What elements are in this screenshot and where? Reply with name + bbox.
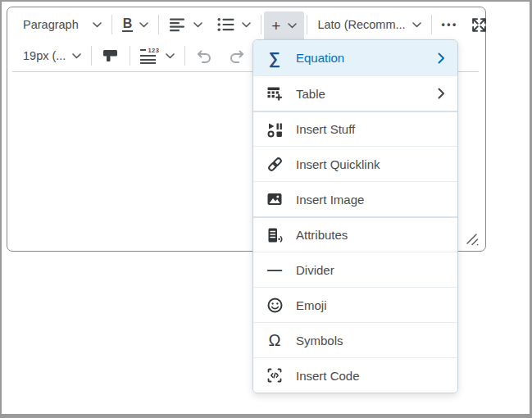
toolbar-separator: [111, 15, 112, 34]
toolbar-separator: [307, 15, 307, 34]
font-family-select[interactable]: Lato (Recomm...: [310, 11, 428, 38]
menu-item-symbols[interactable]: Ω Symbols: [253, 322, 457, 357]
image-icon: [266, 191, 284, 207]
ellipsis-icon: •••: [442, 19, 458, 30]
toolbar-separator: [130, 46, 130, 66]
menu-item-label: Insert Stuff: [296, 122, 355, 136]
toolbar-separator: [431, 15, 432, 34]
undo-button[interactable]: [188, 43, 221, 69]
menu-item-insert-code[interactable]: Insert Code: [253, 357, 457, 393]
paragraph-format-label: Paragraph: [23, 18, 79, 31]
menu-item-label: Emoji: [296, 298, 327, 312]
format-painter-icon: [102, 48, 120, 64]
plus-icon: +: [271, 18, 280, 34]
chevron-down-icon: [193, 22, 202, 28]
chevron-down-icon: [139, 22, 148, 28]
menu-item-insert-quicklink[interactable]: Insert Quicklink: [253, 146, 457, 181]
menu-item-label: Insert Image: [296, 193, 364, 207]
toolbar-row-1: Paragraph B: [16, 9, 480, 40]
menu-item-label: Symbols: [296, 334, 343, 348]
submenu-chevron-right-icon: [438, 52, 445, 64]
paragraph-format-select[interactable]: Paragraph: [16, 11, 109, 38]
chevron-down-icon: [288, 23, 297, 29]
bold-icon: B: [122, 17, 134, 33]
line-numbers-icon: 123: [140, 48, 159, 65]
chevron-down-icon: [93, 22, 102, 28]
align-button[interactable]: [161, 11, 210, 38]
menu-item-insert-image[interactable]: Insert Image: [253, 181, 457, 216]
media-shapes-icon: [266, 121, 284, 138]
menu-item-emoji[interactable]: Emoji: [253, 287, 457, 322]
font-size-label: 19px (...: [23, 49, 66, 62]
sigma-icon: ∑: [266, 50, 284, 66]
chevron-down-icon: [412, 22, 421, 28]
menu-item-label: Attributes: [296, 228, 348, 242]
link-icon: [266, 156, 284, 173]
table-icon: [266, 85, 284, 102]
more-actions-button[interactable]: •••: [434, 11, 466, 38]
menu-item-insert-stuff[interactable]: Insert Stuff: [253, 111, 457, 146]
bold-button[interactable]: B: [115, 11, 157, 38]
horizontal-line-icon: —: [266, 262, 284, 277]
submenu-chevron-right-icon: [438, 88, 445, 99]
menu-item-equation[interactable]: ∑ Equation: [253, 40, 457, 75]
insert-menu-button[interactable]: +: [264, 11, 304, 40]
menu-item-divider[interactable]: — Divider: [253, 252, 457, 287]
attributes-icon: [266, 227, 284, 243]
menu-item-table[interactable]: Table: [253, 75, 457, 111]
redo-icon: [228, 48, 246, 65]
resize-handle[interactable]: [465, 232, 480, 247]
insert-menu: ∑ Equation Table Insert Stuff: [252, 39, 458, 393]
omega-icon: Ω: [266, 332, 284, 348]
bullet-list-icon: [217, 17, 235, 32]
line-numbering-button[interactable]: 123: [133, 43, 182, 69]
menu-item-label: Equation: [296, 51, 344, 65]
toolbar-separator: [184, 46, 185, 66]
code-icon: [266, 367, 284, 384]
toolbar-separator: [261, 15, 261, 34]
format-painter-button[interactable]: [94, 43, 127, 69]
smiley-icon: [266, 297, 284, 314]
redo-button[interactable]: [221, 43, 253, 69]
menu-item-label: Table: [296, 87, 325, 101]
undo-icon: [195, 48, 213, 65]
font-size-select[interactable]: 19px (...: [16, 43, 89, 69]
chevron-down-icon: [72, 53, 81, 59]
menu-item-label: Insert Quicklink: [296, 157, 380, 171]
menu-item-label: Insert Code: [296, 369, 360, 383]
menu-item-attributes[interactable]: Attributes: [253, 216, 457, 252]
list-button[interactable]: [210, 11, 258, 38]
screenshot-frame: Paragraph B: [0, 0, 532, 418]
menu-item-label: Divider: [296, 263, 334, 277]
fullscreen-icon: [471, 16, 488, 34]
toolbar-separator: [91, 46, 92, 66]
toolbar-separator: [158, 15, 159, 34]
chevron-down-icon: [242, 22, 251, 28]
fullscreen-button[interactable]: [466, 11, 493, 38]
font-family-label: Lato (Recomm...: [317, 18, 405, 31]
chevron-down-icon: [166, 53, 175, 59]
align-left-icon: [169, 17, 187, 32]
